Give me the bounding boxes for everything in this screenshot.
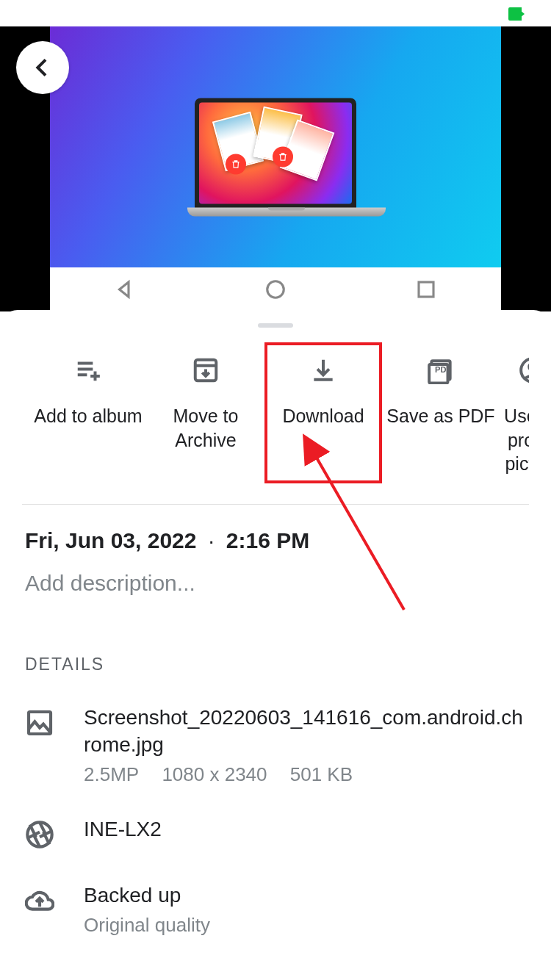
- nav-home-icon[interactable]: [264, 278, 287, 300]
- action-label: Use as profile picture: [503, 404, 529, 476]
- filename: Screenshot_20220603_141616_com.android.c…: [84, 704, 526, 760]
- image-icon: [25, 708, 54, 738]
- cloud-upload-icon: [25, 886, 54, 915]
- move-to-archive-button[interactable]: Move to Archive: [147, 342, 264, 483]
- action-label: Download: [268, 404, 378, 428]
- backup-status: Backed up: [84, 882, 526, 909]
- download-button[interactable]: Download: [264, 342, 382, 483]
- photo-time: 2:16 PM: [226, 528, 309, 553]
- photo-date: Fri, Jun 03, 2022: [25, 528, 196, 553]
- archive-icon: [192, 356, 220, 384]
- action-label: Save as PDF: [386, 404, 496, 428]
- details-heading: DETAILS: [0, 596, 551, 674]
- detail-device[interactable]: INE-LX2: [0, 786, 551, 852]
- svg-text:PDF: PDF: [435, 365, 451, 374]
- photo-viewer[interactable]: [0, 26, 551, 311]
- nav-recent-icon[interactable]: [415, 278, 437, 300]
- svg-rect-1: [419, 282, 433, 297]
- android-nav-bar: [50, 267, 501, 311]
- profile-icon: [519, 356, 529, 384]
- aperture-icon: [25, 820, 54, 849]
- back-button[interactable]: [16, 41, 69, 94]
- backup-quality: Original quality: [84, 914, 210, 936]
- laptop-graphic: [187, 98, 364, 217]
- megapixels: 2.5MP: [84, 763, 139, 785]
- playlist-add-icon: [74, 356, 102, 384]
- action-label: Move to Archive: [151, 404, 261, 452]
- pdf-icon: PDF: [427, 356, 455, 384]
- download-icon: [309, 356, 337, 384]
- datetime-row[interactable]: Fri, Jun 03, 2022 · 2:16 PM: [0, 505, 551, 553]
- bottom-sheet: Add to album Move to Archive Download PD…: [0, 310, 551, 937]
- use-as-profile-button[interactable]: Use as profile picture: [500, 342, 529, 483]
- svg-point-0: [267, 281, 284, 298]
- detail-file[interactable]: Screenshot_20220603_141616_com.android.c…: [0, 674, 551, 787]
- drag-handle[interactable]: [258, 323, 293, 328]
- separator-dot: ·: [208, 528, 214, 553]
- chevron-left-icon: [31, 56, 54, 79]
- nav-back-icon[interactable]: [114, 278, 136, 300]
- detail-backup[interactable]: Backed up Original quality: [0, 852, 551, 937]
- status-bar: [0, 0, 551, 26]
- filesize: 501 KB: [290, 763, 353, 785]
- action-label: Add to album: [33, 404, 143, 428]
- action-row: Add to album Move to Archive Download PD…: [22, 342, 529, 505]
- status-indicator-icon: [508, 7, 522, 21]
- resolution: 1080 x 2340: [162, 763, 267, 785]
- description-input[interactable]: Add description...: [0, 553, 551, 596]
- add-to-album-button[interactable]: Add to album: [29, 342, 147, 483]
- device-name: INE-LX2: [84, 815, 526, 843]
- save-as-pdf-button[interactable]: PDF Save as PDF: [382, 342, 500, 483]
